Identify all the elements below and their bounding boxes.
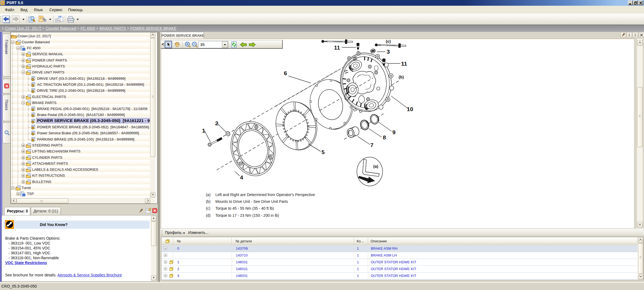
svg-text:9: 9 <box>392 129 396 135</box>
svg-text:(a): (a) <box>373 164 378 169</box>
svg-text:8: 8 <box>383 134 386 141</box>
svg-text:1: 1 <box>202 127 205 134</box>
svg-text:7: 7 <box>370 142 374 148</box>
svg-text:3: 3 <box>387 48 390 55</box>
svg-text:11: 11 <box>334 44 340 51</box>
svg-text:10: 10 <box>407 106 413 112</box>
svg-text:6: 6 <box>284 70 287 76</box>
svg-text:5: 5 <box>321 149 325 155</box>
svg-text:11: 11 <box>401 60 407 67</box>
svg-text:2: 2 <box>215 120 218 126</box>
svg-text:(b): (b) <box>399 75 404 79</box>
svg-text:4: 4 <box>240 174 243 181</box>
svg-text:(c): (c) <box>386 39 391 44</box>
